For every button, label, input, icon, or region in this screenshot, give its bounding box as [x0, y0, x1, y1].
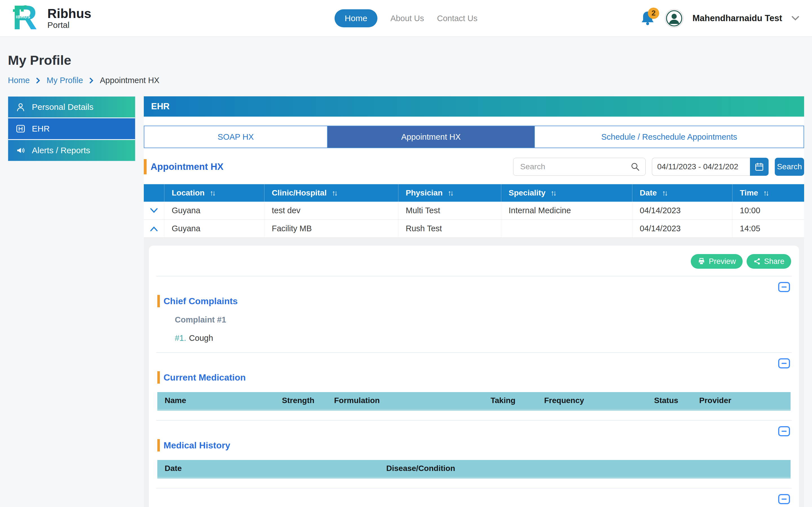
medication-table-header: Name Strength Formulation Taking Frequen… — [157, 392, 791, 411]
minus-icon — [781, 431, 786, 432]
cell-speciality — [501, 220, 632, 237]
table-controls: Search — [513, 158, 804, 176]
sort-icon[interactable]: ↑↓ — [551, 189, 555, 198]
sidebar-item-personal-details[interactable]: Personal Details — [8, 97, 135, 117]
search-button[interactable]: Search — [775, 158, 804, 176]
ribhus-logo: R IBHUS — [12, 3, 42, 34]
minus-icon — [781, 363, 786, 364]
column-frequency: Frequency — [537, 396, 647, 405]
date-range-input[interactable] — [652, 158, 750, 176]
tab-schedule-reschedule[interactable]: Schedule / Reschedule Appointments — [534, 126, 804, 148]
column-status: Status — [647, 396, 692, 405]
table-row: Guyana Facility MB Rush Test 04/14/2023 … — [144, 220, 804, 238]
column-disease-condition: Disease/Condition — [379, 464, 791, 473]
collapse-row-button[interactable] — [144, 220, 164, 237]
printer-icon — [698, 258, 705, 265]
user-area: 2 Mahendharnaidu Test — [640, 9, 800, 27]
section-title: Chief Complaints — [157, 295, 791, 307]
nav-home[interactable]: Home — [335, 9, 377, 27]
brand-subtitle: Portal — [47, 20, 91, 30]
user-menu-chevron-down-icon[interactable] — [791, 15, 800, 21]
user-name: Mahendharnaidu Test — [693, 13, 782, 23]
preview-button[interactable]: Preview — [691, 254, 743, 269]
calendar-icon — [755, 162, 764, 172]
notification-badge: 2 — [648, 8, 659, 19]
chief-complaints-section: Chief Complaints Complaint #1 #1. Cough — [156, 276, 792, 352]
person-icon — [15, 102, 26, 112]
column-speciality: Speciality ↑↓ — [501, 184, 632, 202]
collapse-section-button[interactable] — [778, 358, 790, 369]
expand-row-button[interactable] — [144, 202, 164, 219]
sort-icon[interactable]: ↑↓ — [662, 189, 667, 198]
column-date: Date — [157, 464, 379, 473]
sort-icon[interactable]: ↑↓ — [332, 189, 336, 198]
sort-icon[interactable]: ↑↓ — [763, 189, 768, 198]
column-strength: Strength — [274, 396, 327, 405]
cell-clinic: Facility MB — [264, 220, 398, 237]
ehr-panel: EHR SOAP HX Appointment HX Schedule / Re… — [144, 96, 804, 507]
complaint-text: Cough — [189, 334, 213, 343]
ehr-record-icon — [15, 124, 26, 134]
top-bar: R IBHUS Ribhus Portal Home About Us Cont… — [0, 0, 812, 37]
nav-about-us[interactable]: About Us — [391, 14, 424, 23]
sidebar-item-alerts-reports[interactable]: Alerts / Reports — [8, 140, 135, 161]
cell-clinic: test dev — [264, 202, 398, 219]
complaint-item: #1. Cough — [175, 334, 791, 343]
sidebar-item-label: Alerts / Reports — [32, 146, 90, 155]
column-provider: Provider — [692, 396, 791, 405]
complaint-label: Complaint #1 — [175, 315, 791, 325]
breadcrumb-chevron-icon — [36, 77, 40, 84]
profile-sidebar: Personal Details EHR Alerts / Reports — [8, 96, 135, 161]
tab-soap-hx[interactable]: SOAP HX — [144, 126, 327, 148]
brand-name: Ribhus — [47, 7, 91, 20]
main-nav: Home About Us Contact Us — [335, 0, 477, 37]
sort-icon[interactable]: ↑↓ — [448, 189, 453, 198]
breadcrumb-current: Appointment HX — [100, 76, 159, 85]
logo-pixel-dot — [13, 9, 15, 12]
breadcrumb-chevron-icon — [89, 77, 94, 84]
collapse-section-button[interactable] — [778, 282, 790, 292]
calendar-button[interactable] — [750, 158, 769, 176]
sidebar-item-label: EHR — [32, 124, 50, 133]
ehr-panel-header: EHR — [144, 96, 804, 117]
column-physician: Physician ↑↓ — [398, 184, 501, 202]
collapse-section-button[interactable] — [778, 494, 790, 504]
chevron-up-icon — [150, 226, 158, 231]
medical-history-table-header: Date Disease/Condition — [157, 460, 791, 478]
minus-icon — [781, 286, 786, 288]
medical-history-section: Medical History Date Disease/Condition — [156, 420, 792, 488]
cell-time: 14:05 — [732, 220, 804, 237]
avatar[interactable] — [665, 9, 683, 27]
column-name: Name — [157, 396, 274, 405]
date-range-picker — [652, 158, 769, 176]
share-button[interactable]: Share — [747, 254, 791, 269]
sort-icon[interactable]: ↑↓ — [210, 189, 214, 198]
column-location: Location ↑↓ — [164, 184, 264, 202]
appointments-table-header: Location ↑↓ Clinic/Hospital ↑↓ Physician… — [144, 184, 804, 202]
breadcrumb-home[interactable]: Home — [8, 76, 30, 85]
cell-location: Guyana — [164, 220, 264, 237]
avatar-person-icon — [666, 10, 682, 27]
column-time: Time ↑↓ — [732, 184, 804, 202]
sidebar-item-ehr[interactable]: EHR — [8, 118, 135, 139]
expanded-appointment-detail: Preview Share — [144, 238, 804, 507]
accent-bar — [157, 295, 160, 307]
table-row: Guyana test dev Multi Test Internal Medi… — [144, 202, 804, 220]
tab-appointment-hx[interactable]: Appointment HX — [327, 126, 534, 148]
cell-date: 04/14/2023 — [632, 202, 732, 219]
sidebar-item-label: Personal Details — [32, 102, 93, 112]
page-title: My Profile — [8, 52, 804, 68]
chevron-down-icon — [150, 208, 158, 214]
appointment-hx-section-title: Appointment HX — [144, 159, 223, 174]
search-input[interactable] — [513, 158, 646, 176]
notification-bell[interactable]: 2 — [640, 10, 656, 27]
cell-time: 10:00 — [732, 202, 804, 219]
brand: R IBHUS Ribhus Portal — [12, 3, 91, 34]
nav-contact-us[interactable]: Contact Us — [437, 14, 477, 23]
minus-icon — [781, 499, 786, 500]
column-date: Date ↑↓ — [632, 184, 732, 202]
breadcrumb-my-profile[interactable]: My Profile — [47, 76, 83, 85]
logo-pixel-dot — [21, 9, 24, 11]
collapse-section-button[interactable] — [778, 426, 790, 436]
logo-pixel-dot — [24, 5, 27, 8]
